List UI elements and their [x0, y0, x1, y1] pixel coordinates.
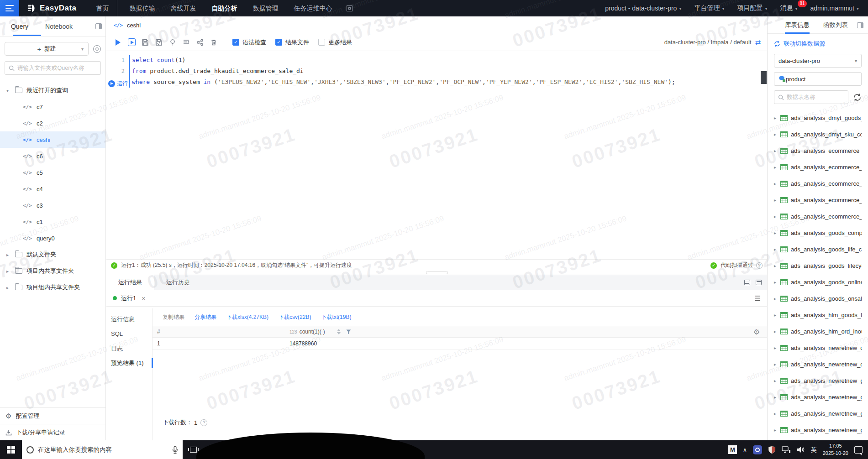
tab-notebook[interactable]: Notebook — [39, 23, 79, 30]
topbar-nav-item[interactable]: 数据传输 — [122, 0, 163, 16]
result-action-link[interactable]: 复制结果 — [163, 313, 184, 321]
run-button[interactable] — [113, 39, 123, 46]
network-icon[interactable] — [782, 446, 791, 454]
database-field[interactable]: product — [774, 72, 862, 86]
topbar-nav-item[interactable]: 任务运维中心 — [286, 0, 340, 16]
panel-splitter[interactable] — [106, 271, 767, 275]
tab-function-list[interactable]: 函数列表 — [823, 16, 848, 34]
microphone-icon[interactable] — [172, 446, 178, 454]
caret-right-icon[interactable]: ▸ — [774, 313, 777, 318]
menu-icon[interactable]: ☰ — [755, 294, 761, 303]
tab-run-history[interactable]: 运行历史 — [154, 275, 202, 290]
caret-right-icon[interactable]: ▸ — [6, 252, 11, 257]
caret-right-icon[interactable]: ▸ — [774, 411, 777, 416]
taskbar-clock[interactable]: 17:05 2025-10-20 — [823, 443, 848, 457]
project-selector[interactable]: product - data-cluster-pro ▾ — [605, 5, 681, 12]
new-query-button[interactable]: + 新建 ▾ — [5, 42, 89, 56]
filter-icon[interactable] — [346, 329, 351, 334]
sql-editor[interactable]: 1 select count(1) 2 from product.dwd_tra… — [106, 51, 767, 259]
sidebar-folder[interactable]: ▸ 默认文件夹 — [0, 246, 105, 263]
format-sql-button[interactable] — [181, 39, 191, 46]
sidebar-query-file[interactable]: </> c3 — [0, 197, 105, 214]
database-table-item[interactable]: ▸ ads_analysis_dmyt_sku_com... — [774, 126, 862, 142]
collapse-panel-icon[interactable] — [95, 23, 102, 29]
caret-right-icon[interactable]: ▸ — [774, 296, 777, 301]
connection-selector[interactable]: data-cluster-pro / Impala / default ⇄ — [664, 38, 767, 47]
collapse-panel-icon[interactable] — [857, 22, 863, 28]
sidebar-query-file[interactable]: </> c4 — [0, 181, 105, 197]
caret-right-icon[interactable]: ▸ — [774, 329, 777, 334]
result-action-link[interactable]: 下载csv(22B) — [279, 313, 311, 321]
workbench-grid-icon[interactable] — [347, 5, 352, 11]
minimize-panel-icon[interactable] — [744, 280, 750, 285]
toolbar-checkbox[interactable]: 语法检查 — [232, 38, 266, 47]
close-icon[interactable]: × — [142, 295, 145, 302]
database-table-item[interactable]: ▸ ads_analysis_newretnew_go... — [774, 372, 862, 389]
caret-right-icon[interactable]: ▸ — [774, 263, 777, 268]
database-table-item[interactable]: ▸ ads_analysis_ecommerce_sk... — [774, 192, 862, 208]
database-table-item[interactable]: ▸ ads_analysis_dmyt_goods_c... — [774, 110, 862, 126]
start-button[interactable] — [0, 440, 22, 459]
database-table-item[interactable]: ▸ ads_analysis_ecommerce_sk... — [774, 175, 862, 192]
tray-app-m-icon[interactable]: M — [728, 445, 737, 454]
save-button[interactable] — [140, 39, 150, 46]
checkbox-icon[interactable] — [275, 39, 282, 46]
sidebar-query-file[interactable]: </> ceshi — [0, 131, 105, 148]
smart-tips-icon[interactable] — [168, 39, 178, 46]
result-menu-item[interactable]: SQL — [106, 327, 152, 341]
sidebar-query-file[interactable]: </> c1 — [0, 214, 105, 230]
splitter-handle[interactable] — [426, 271, 448, 274]
user-menu[interactable]: admin.mammut ▾ — [810, 5, 859, 12]
defender-shield-icon[interactable] — [768, 446, 776, 454]
caret-right-icon[interactable]: ▸ — [774, 230, 777, 235]
run-selection-button[interactable] — [126, 38, 137, 46]
database-table-item[interactable]: ▸ ads_analysis_newretnew_go... — [774, 422, 862, 438]
toolbar-checkbox[interactable]: 结果文件 — [275, 38, 309, 47]
database-table-item[interactable]: ▸ ads_analysis_newretnew_dm... — [774, 356, 862, 372]
topbar-nav-item[interactable]: 数据管理 — [245, 0, 286, 16]
refresh-icon[interactable] — [853, 93, 862, 102]
result-menu-item[interactable]: 日志 — [106, 341, 152, 356]
run-statement-button[interactable]: 运行 — [108, 78, 128, 89]
table-search-input[interactable]: 数据表名称 — [774, 90, 848, 104]
config-management-item[interactable]: ⚙ 配置管理 — [0, 407, 105, 424]
database-table-item[interactable]: ▸ ads_analysis_goods_lifecycle... — [774, 257, 862, 274]
messages-menu[interactable]: 消息 ▾ 81 — [780, 4, 797, 12]
database-table-item[interactable]: ▸ ads_analysis_hlm_ord_inouts... — [774, 323, 862, 339]
gear-icon[interactable]: ⚙ — [753, 328, 760, 336]
database-table-item[interactable]: ▸ ads_analysis_ecommerce_sa... — [774, 159, 862, 175]
caret-right-icon[interactable]: ▸ — [774, 148, 777, 153]
result-action-link[interactable]: 下载xlsx(4.27KB) — [226, 313, 268, 321]
help-icon[interactable]: ? — [756, 262, 763, 269]
platform-admin-menu[interactable]: 平台管理 ▾ — [694, 4, 724, 12]
code-line[interactable]: 运行 where source_system in ('E3PLUS_NEW2'… — [106, 77, 767, 88]
document-tab-ceshi[interactable]: ceshi — [127, 22, 141, 29]
editor-scrollbar-thumb[interactable] — [761, 71, 767, 84]
caret-right-icon[interactable]: ▸ — [774, 115, 777, 120]
download-share-records-item[interactable]: 下载/分享申请记录 — [0, 424, 105, 440]
result-action-link[interactable]: 下载txt(19B) — [321, 313, 351, 321]
caret-right-icon[interactable]: ▸ — [774, 214, 777, 219]
checkbox-icon[interactable] — [318, 39, 325, 46]
database-table-item[interactable]: ▸ ads_analysis_newretnew_go... — [774, 405, 862, 422]
sidebar-search-input[interactable]: 请输入文件夹或Query名称 — [5, 61, 101, 75]
database-table-item[interactable]: ▸ ads_analysis_hlm_goods_life... — [774, 307, 862, 323]
cluster-select[interactable]: data-cluster-pro ▾ — [774, 54, 862, 68]
speaker-icon[interactable] — [797, 446, 805, 453]
result-action-link[interactable]: 分享结果 — [195, 313, 216, 321]
run1-tab[interactable]: 运行1 — [121, 294, 136, 303]
chevron-up-icon[interactable]: ∧ — [743, 447, 747, 453]
caret-right-icon[interactable]: ▸ — [774, 378, 777, 383]
database-table-item[interactable]: ▸ ads_analysis_goods_online_... — [774, 274, 862, 290]
sidebar-query-file[interactable]: </> c2 — [0, 115, 105, 131]
database-table-item[interactable]: ▸ ads_analysis_ecommerce_ch... — [774, 142, 862, 159]
sort-icons[interactable] — [337, 329, 341, 334]
topbar-nav-item[interactable]: 首页 — [89, 0, 117, 16]
caret-right-icon[interactable]: ▸ — [774, 247, 777, 252]
database-table-item[interactable]: ▸ ads_analysis_ecommerce_sk... — [774, 208, 862, 224]
database-table-item[interactable]: ▸ ads_analysis_goods_complai... — [774, 224, 862, 241]
caret-right-icon[interactable]: ▸ — [774, 395, 777, 400]
tab-run-results[interactable]: 运行结果 — [106, 275, 154, 290]
database-table-item[interactable]: ▸ ads_analysis_newretnew_go... — [774, 389, 862, 405]
database-table-item[interactable]: ▸ ads_analysis_goods_onsale_... — [774, 290, 862, 307]
